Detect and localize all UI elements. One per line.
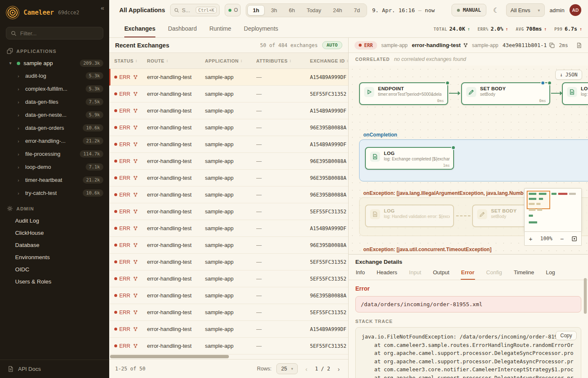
time-range-button[interactable]: 7d: [349, 5, 365, 16]
sidebar-route-item[interactable]: › try-catch-test 10.6k: [0, 186, 109, 200]
sidebar-filter-input[interactable]: [6, 27, 103, 39]
flow-node-set-body[interactable]: SET BODY setBody 0ms: [461, 82, 550, 105]
sidebar-route-item[interactable]: › data-gen-neste... 5.9k: [0, 108, 109, 121]
table-row[interactable]: ERR error-handling-test sample-app — 5EF…: [109, 338, 348, 354]
table-row[interactable]: ERR error-handling-test sample-app — 96E…: [109, 170, 348, 186]
sidebar-route-item[interactable]: › loop-demo 7.1k: [0, 160, 109, 173]
error-dot-icon: [114, 76, 117, 79]
sidebar-admin-item[interactable]: OIDC: [0, 263, 109, 276]
fit-view-icon[interactable]: [572, 236, 577, 242]
flow-node-log[interactable]: LOG log: Sta: [562, 82, 588, 105]
avatar[interactable]: AD: [570, 4, 581, 16]
time-range-button[interactable]: 1h: [247, 5, 265, 16]
manual-mode-button[interactable]: MANUAL: [452, 4, 486, 16]
time-range-button[interactable]: 3h: [265, 5, 282, 16]
sidebar-route-item[interactable]: › file-processing 114.7k: [0, 147, 109, 160]
sidebar-admin-item[interactable]: Environments: [0, 251, 109, 263]
flow-node-completion-log[interactable]: LOG log: Exchange completed [${exchan 1m…: [365, 147, 454, 170]
auto-refresh-badge[interactable]: AUTO: [322, 41, 343, 49]
details-tab[interactable]: Headers: [376, 268, 398, 280]
sidebar-admin-item[interactable]: Users & Roles: [0, 276, 109, 288]
table-row[interactable]: ERR error-handling-test sample-app — 96E…: [109, 119, 348, 136]
table-row[interactable]: ERR error-handling-test sample-app — 5EF…: [109, 86, 348, 102]
applications-section-label: APPLICATIONS: [16, 49, 56, 54]
table-row[interactable]: ERR error-handling-test sample-app — A15…: [109, 102, 348, 119]
flow-minimap[interactable]: [524, 188, 582, 232]
manual-label: MANUAL: [463, 7, 481, 13]
table-row[interactable]: ERR error-handling-test sample-app — A15…: [109, 220, 348, 237]
copy-icon[interactable]: [549, 42, 555, 48]
table-row[interactable]: ERR error-handling-test sample-app — 5EF…: [109, 203, 348, 220]
pencil-icon: [477, 209, 487, 219]
route-flow-canvas[interactable]: ↓ JSON ENDPOINT timer:errorTest?period=5…: [349, 66, 588, 254]
environment-select[interactable]: All Envs ▾: [506, 3, 545, 17]
sidebar-route-item[interactable]: › data-gen-files 7.5k: [0, 95, 109, 108]
flow-node-exception-log[interactable]: LOG log: Handled validation error: ${exc…: [365, 205, 454, 227]
exchange-detail-panel: ERR sample-app error-handling-test sampl…: [349, 38, 588, 378]
time-range-button[interactable]: 6h: [284, 5, 300, 16]
details-tab[interactable]: Input: [409, 268, 422, 280]
table-row[interactable]: ERR error-handling-test sample-app — 5EF…: [109, 254, 348, 270]
table-row[interactable]: ERR error-handling-test sample-app — 5EF…: [109, 304, 348, 321]
rows-per-page-select[interactable]: 25 ▾: [276, 363, 297, 374]
table-row[interactable]: ERR error-handling-test sample-app — 96E…: [109, 186, 348, 203]
sort-icon[interactable]: ↕: [166, 58, 169, 63]
table-row[interactable]: ERR error-handling-test sample-app — 5EF…: [109, 270, 348, 287]
live-toggle[interactable]: O: [225, 4, 241, 16]
horizontal-scrollbar-thumb[interactable]: [110, 355, 229, 358]
table-row[interactable]: ERR error-handling-test sample-app — 96E…: [109, 153, 348, 170]
sidebar-admin-item[interactable]: Audit Log: [0, 215, 109, 227]
table-row[interactable]: ERR error-handling-test sample-app — A15…: [109, 69, 348, 86]
next-page-button[interactable]: ›: [335, 365, 342, 373]
sort-icon[interactable]: ↕: [346, 58, 348, 63]
zoom-out-button[interactable]: −: [560, 236, 564, 242]
column-header[interactable]: APPLICATION ↕: [205, 58, 256, 63]
sidebar-route-item[interactable]: › error-handling-... 21.2k: [0, 134, 109, 147]
log-document-icon[interactable]: [576, 42, 582, 48]
search-input[interactable]: S... Ctrl+K: [170, 4, 220, 16]
vertical-scrollbar-thumb[interactable]: [584, 278, 587, 314]
table-row[interactable]: ERR error-handling-test sample-app — A15…: [109, 136, 348, 153]
date-range-picker[interactable]: 9. Apr. 16:16 — now: [372, 7, 435, 13]
details-tab[interactable]: Timeline: [513, 268, 535, 280]
nav-tab[interactable]: Exchanges: [124, 20, 155, 37]
chevron-down-icon[interactable]: ▾: [9, 60, 13, 66]
sidebar-route-item[interactable]: › complex-fulfillm... 5.3k: [0, 82, 109, 95]
column-header[interactable]: ROUTE ↕: [147, 58, 205, 63]
nav-tab[interactable]: Dashboard: [168, 20, 197, 37]
sidebar-route-item[interactable]: › audit-log 5.3k: [0, 69, 109, 82]
sidebar-item-sample-app[interactable]: ▾ sample app 209.3k: [0, 57, 109, 69]
column-header[interactable]: ATTRIBUTES ↕: [256, 58, 310, 63]
nav-tab[interactable]: Runtime: [209, 20, 231, 37]
prev-page-button[interactable]: ‹: [303, 365, 310, 373]
chevron-right-icon: ›: [18, 139, 22, 144]
sort-icon[interactable]: ↕: [240, 58, 243, 63]
filter-input[interactable]: [20, 30, 99, 37]
sidebar-admin-item[interactable]: ClickHouse: [0, 227, 109, 239]
download-json-button[interactable]: ↓ JSON: [555, 70, 582, 80]
details-tab[interactable]: Output: [433, 268, 450, 280]
sidebar-admin-item[interactable]: Database: [0, 239, 109, 251]
details-tab[interactable]: Log: [546, 268, 556, 280]
sort-icon[interactable]: ↕: [135, 58, 138, 63]
table-row[interactable]: ERR error-handling-test sample-app — 96E…: [109, 287, 348, 304]
table-row[interactable]: ERR error-handling-test sample-app — A15…: [109, 321, 348, 338]
sidebar-route-item[interactable]: › timer-heartbeat 21.2k: [0, 173, 109, 186]
copy-button[interactable]: Copy: [556, 331, 577, 340]
sidebar-api-docs[interactable]: API Docs: [0, 360, 109, 378]
table-row[interactable]: ERR error-handling-test sample-app — 96E…: [109, 237, 348, 254]
flow-node-endpoint[interactable]: ENDPOINT timer:errorTest?period=5000&del…: [359, 82, 448, 105]
time-range-button[interactable]: Today: [301, 5, 327, 16]
dark-mode-toggle-moon-icon[interactable]: ☾: [491, 6, 501, 14]
zoom-in-button[interactable]: +: [529, 236, 533, 242]
column-header[interactable]: STATUS ↕: [114, 58, 147, 63]
nav-tab[interactable]: Deployments: [244, 20, 278, 37]
sort-icon[interactable]: ↕: [289, 58, 292, 63]
sidebar-route-item[interactable]: › data-gen-orders 10.6k: [0, 121, 109, 134]
details-tab[interactable]: Info: [355, 268, 365, 280]
sidebar-collapse-button[interactable]: «: [101, 4, 104, 11]
details-tab[interactable]: Error: [461, 268, 475, 280]
details-tab[interactable]: Config: [486, 268, 503, 280]
column-header[interactable]: EXCHANGE ID ↕: [310, 58, 348, 63]
time-range-button[interactable]: 24h: [328, 5, 348, 16]
